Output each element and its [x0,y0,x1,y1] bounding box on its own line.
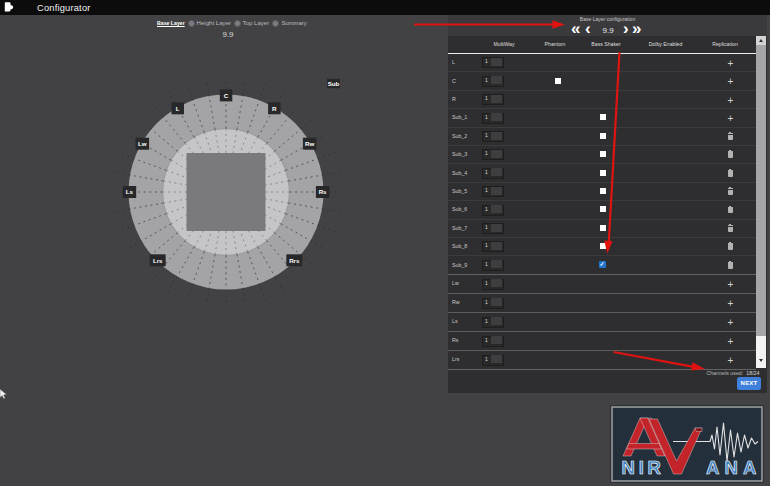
svg-text:Lw: Lw [138,140,147,147]
svg-text:Rs: Rs [319,188,327,195]
svg-text:L: L [176,105,180,112]
svg-text:R: R [272,105,277,112]
svg-text:Lrs: Lrs [153,257,163,264]
svg-text:Ls: Ls [126,188,134,195]
svg-text:Rrs: Rrs [289,257,300,264]
svg-text:Rw: Rw [305,140,314,147]
svg-text:NIR: NIR [622,457,665,478]
svg-text:Sub: Sub [328,80,340,87]
svg-text:ANA: ANA [706,457,762,478]
svg-text:C: C [224,92,229,99]
